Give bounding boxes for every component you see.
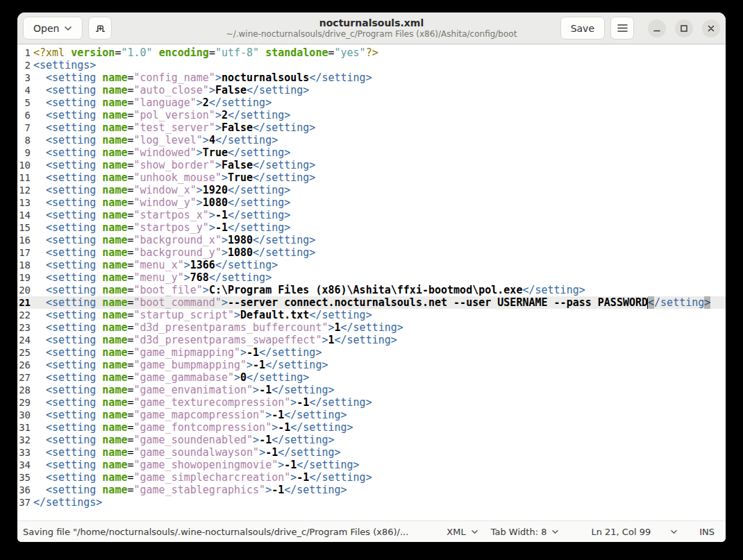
code-text: <setting name="game_simplecharcreation">…	[31, 471, 372, 484]
line-number: 18	[17, 259, 31, 271]
code-text: <setting name="game_bumpmapping">-1</set…	[31, 359, 328, 371]
code-line[interactable]: 16 <setting name="background_x">1980</se…	[17, 234, 726, 246]
line-number: 13	[17, 196, 31, 209]
line-number: 25	[17, 346, 31, 359]
code-line[interactable]: 31 <setting name="game_fontcompression">…	[17, 421, 726, 434]
language-selector[interactable]: XML	[446, 527, 478, 537]
code-line[interactable]: 36 <setting name="game_stablegraphics">-…	[17, 484, 726, 496]
code-text: <settings>	[31, 59, 96, 71]
line-number: 22	[17, 309, 31, 321]
code-line[interactable]: 2<settings>	[17, 59, 726, 71]
chevron-down-icon	[670, 529, 678, 534]
tab-width-label: Tab Width: 8	[491, 527, 547, 537]
menu-button[interactable]	[610, 17, 634, 40]
line-number: 3	[17, 71, 31, 84]
line-number: 6	[17, 109, 31, 121]
tab-width-selector[interactable]: Tab Width: 8	[491, 527, 560, 537]
code-line[interactable]: 11 <setting name="unhook_mouse">True</se…	[17, 171, 726, 184]
code-line[interactable]: 19 <setting name="menu_y">768</setting>	[17, 271, 726, 284]
code-line[interactable]: 17 <setting name="background_y">1080</se…	[17, 246, 726, 259]
editor-lines[interactable]: 1<?xml version="1.0" encoding="utf-8" st…	[17, 44, 726, 520]
code-text: <setting name="test_server">False</setti…	[31, 121, 315, 134]
code-text: <setting name="startpos_y">-1</setting>	[31, 221, 290, 234]
code-line[interactable]: 26 <setting name="game_bumpmapping">-1</…	[17, 359, 726, 371]
code-line[interactable]: 37</settings>	[17, 496, 726, 509]
code-line[interactable]: 29 <setting name="game_texturecompressio…	[17, 396, 726, 409]
chevron-down-icon	[471, 529, 478, 534]
code-text: <setting name="startup_script">Default.t…	[31, 309, 372, 321]
code-line[interactable]: 12 <setting name="window_x">1920</settin…	[17, 184, 726, 196]
maximize-button[interactable]	[675, 19, 693, 37]
code-text: <setting name="game_showopeningmovie">-1…	[31, 459, 360, 471]
save-button-label: Save	[571, 23, 594, 34]
code-text: <setting name="boot_file">C:\Program Fil…	[31, 284, 585, 296]
code-line[interactable]: 33 <setting name="game_soundalwayson">-1…	[17, 446, 726, 459]
line-number: 20	[17, 284, 31, 296]
close-button[interactable]	[702, 19, 720, 37]
line-number: 7	[17, 121, 31, 134]
code-line[interactable]: 5 <setting name="language">2</setting>	[17, 96, 726, 109]
maximize-icon	[681, 25, 687, 32]
code-line[interactable]: 30 <setting name="game_mapcompression">-…	[17, 409, 726, 421]
code-line[interactable]: 1<?xml version="1.0" encoding="utf-8" st…	[17, 46, 726, 59]
code-text: <setting name="background_y">1080</setti…	[31, 246, 315, 259]
line-number: 15	[17, 221, 31, 234]
page-subtitle: ~/.wine-nocturnalsouls/drive_c/Program F…	[226, 29, 517, 40]
line-number: 9	[17, 146, 31, 159]
code-line[interactable]: 21 <setting name="boot_command">--server…	[17, 296, 726, 309]
code-line[interactable]: 27 <setting name="game_gammabase">0</set…	[17, 371, 726, 384]
code-line[interactable]: 22 <setting name="startup_script">Defaul…	[17, 309, 726, 321]
code-text: <setting name="game_stablegraphics">-1</…	[31, 484, 347, 496]
code-text: <setting name="game_texturecompression">…	[31, 396, 372, 409]
code-text: <setting name="game_fontcompression">-1<…	[31, 421, 353, 434]
open-button[interactable]: Open	[23, 17, 83, 40]
statusbar: Saving file "/home/nocturnalsouls/.wine-…	[17, 520, 726, 542]
code-text: <setting name="menu_y">768</setting>	[31, 271, 272, 284]
goto-line-button[interactable]	[670, 529, 678, 534]
code-line[interactable]: 35 <setting name="game_simplecharcreatio…	[17, 471, 726, 484]
code-line[interactable]: 20 <setting name="boot_file">C:\Program …	[17, 284, 726, 296]
status-message: Saving file "/home/nocturnalsouls/.wine-…	[23, 527, 446, 537]
minimize-button[interactable]	[648, 19, 666, 37]
line-number: 1	[17, 46, 31, 59]
code-line[interactable]: 7 <setting name="test_server">False</set…	[17, 121, 726, 134]
code-line[interactable]: 8 <setting name="log_level">4</setting>	[17, 134, 726, 146]
new-tab-button[interactable]	[88, 17, 112, 40]
line-number: 17	[17, 246, 31, 259]
line-number: 4	[17, 84, 31, 96]
code-line[interactable]: 28 <setting name="game_envanimation">-1<…	[17, 384, 726, 396]
code-text: <setting name="window_y">1080</setting>	[31, 196, 290, 209]
code-line[interactable]: 9 <setting name="windowed">True</setting…	[17, 146, 726, 159]
code-line[interactable]: 10 <setting name="show_border">False</se…	[17, 159, 726, 171]
code-text: <setting name="auto_close">False</settin…	[31, 84, 309, 96]
input-mode-indicator[interactable]: INS	[699, 527, 715, 537]
code-line[interactable]: 34 <setting name="game_showopeningmovie"…	[17, 459, 726, 471]
code-line[interactable]: 6 <setting name="pol_version">2</setting…	[17, 109, 726, 121]
code-line[interactable]: 23 <setting name="d3d_presentparams_buff…	[17, 321, 726, 334]
save-button[interactable]: Save	[560, 17, 605, 40]
line-number: 12	[17, 184, 31, 196]
line-number: 23	[17, 321, 31, 334]
line-number: 37	[17, 496, 31, 509]
code-line[interactable]: 24 <setting name="d3d_presentparams_swap…	[17, 334, 726, 346]
open-button-label: Open	[33, 23, 59, 34]
code-text: <setting name="background_x">1980</setti…	[31, 234, 315, 246]
hamburger-icon	[617, 24, 628, 33]
code-line[interactable]: 4 <setting name="auto_close">False</sett…	[17, 84, 726, 96]
code-text: <setting name="game_mapcompression">-1</…	[31, 409, 347, 421]
code-text: <setting name="d3d_presentparams_bufferc…	[31, 321, 403, 334]
code-line[interactable]: 3 <setting name="config_name">nocturnals…	[17, 71, 726, 84]
text-editor-window: Open nocturnalsouls.xml ~/.wine-nocturna…	[17, 12, 726, 542]
code-line[interactable]: 25 <setting name="game_mipmapping">-1</s…	[17, 346, 726, 359]
line-number: 30	[17, 409, 31, 421]
code-text: <setting name="unhook_mouse">True</setti…	[31, 171, 315, 184]
code-line[interactable]: 13 <setting name="window_y">1080</settin…	[17, 196, 726, 209]
code-text: <setting name="menu_x">1366</setting>	[31, 259, 278, 271]
cursor-position[interactable]: Ln 21, Col 99	[591, 527, 651, 537]
code-line[interactable]: 15 <setting name="startpos_y">-1</settin…	[17, 221, 726, 234]
code-line[interactable]: 14 <setting name="startpos_x">-1</settin…	[17, 209, 726, 221]
code-line[interactable]: 18 <setting name="menu_x">1366</setting>	[17, 259, 726, 271]
code-line[interactable]: 32 <setting name="game_soundenabled">-1<…	[17, 434, 726, 446]
code-text: <setting name="game_soundalwayson">-1</s…	[31, 446, 341, 459]
line-number: 27	[17, 371, 31, 384]
